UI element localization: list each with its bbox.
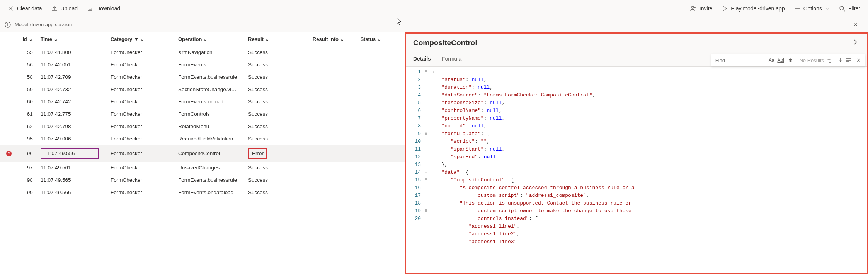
col-info-label: Result info xyxy=(313,36,339,42)
row-category: FormChecker xyxy=(107,162,175,174)
col-status-label: Status xyxy=(360,36,376,42)
filter-label: Filter xyxy=(848,5,860,12)
find-box: Aa Abl .✱ No Results ✕ xyxy=(711,54,865,66)
row-status xyxy=(357,71,405,83)
clear-data-button[interactable]: Clear data xyxy=(8,5,42,12)
collapse-panel-button[interactable] xyxy=(850,37,860,48)
code-area[interactable]: 1234567891011121314151617181920 ⊟ ⊟ ⊟⊟ ⊟… xyxy=(406,67,867,273)
row-category: FormChecker xyxy=(107,59,175,71)
row-info xyxy=(310,83,357,96)
row-time: 11:07:41.800 xyxy=(37,46,107,59)
session-label: Model-driven app session xyxy=(15,22,72,27)
main: Id⌄ Time⌄ Category▼⌄ Operation⌄ Result⌄ … xyxy=(0,32,868,274)
match-case-icon[interactable]: Aa xyxy=(769,58,774,63)
col-result[interactable]: Result⌄ xyxy=(245,32,310,46)
row-info xyxy=(310,145,357,162)
row-info xyxy=(310,96,357,108)
table-row[interactable]: 5811:07:42.709FormCheckerFormEvents.busi… xyxy=(0,71,405,83)
find-input[interactable] xyxy=(715,58,766,63)
row-id: 59 xyxy=(15,83,37,96)
table-row[interactable]: 5611:07:42.051FormCheckerFormEventsSucce… xyxy=(0,59,405,71)
row-status xyxy=(357,186,405,199)
invite-button[interactable]: Invite xyxy=(690,5,712,12)
row-id: 99 xyxy=(15,186,37,199)
row-icon-cell xyxy=(0,120,15,133)
row-id: 58 xyxy=(15,71,37,83)
row-icon-cell xyxy=(0,174,15,186)
row-operation: FormControls xyxy=(175,108,245,120)
row-id: 95 xyxy=(15,133,37,145)
row-id: 98 xyxy=(15,174,37,186)
row-result: Success xyxy=(245,46,310,59)
table-row[interactable]: 9811:07:49.565FormCheckerFormEvents.busi… xyxy=(0,174,405,186)
row-icon-cell xyxy=(0,83,15,96)
col-id[interactable]: Id⌄ xyxy=(15,32,37,46)
download-button[interactable]: Download xyxy=(87,5,120,12)
row-operation: FormEvents.onload xyxy=(175,96,245,108)
chevron-down-icon: ⌄ xyxy=(54,36,58,42)
table-row[interactable]: 6011:07:42.742FormCheckerFormEvents.onlo… xyxy=(0,96,405,108)
download-icon xyxy=(87,5,93,12)
row-time: 11:07:49.556 xyxy=(37,145,107,162)
row-icon-cell xyxy=(0,96,15,108)
row-category: FormChecker xyxy=(107,174,175,186)
session-close-button[interactable]: ✕ xyxy=(850,20,861,29)
col-result-info[interactable]: Result info⌄ xyxy=(310,32,357,46)
row-icon-cell xyxy=(0,108,15,120)
chevron-down-icon: ⌄ xyxy=(265,36,269,42)
table-row[interactable]: 9911:07:49.566FormCheckerFormEvents.onda… xyxy=(0,186,405,199)
row-status xyxy=(357,133,405,145)
col-category[interactable]: Category▼⌄ xyxy=(107,32,175,46)
toolbar-right: Invite Play model-driven app Options Fil… xyxy=(690,5,860,12)
table-row[interactable]: 9711:07:49.561FormCheckerUnsavedChangesS… xyxy=(0,162,405,174)
selection-icon[interactable] xyxy=(846,57,852,63)
row-operation: UnsavedChanges xyxy=(175,162,245,174)
row-time: 11:07:42.051 xyxy=(37,59,107,71)
next-match-icon[interactable] xyxy=(836,57,842,63)
whole-word-icon[interactable]: Abl xyxy=(777,58,784,63)
upload-label: Upload xyxy=(61,5,78,12)
col-operation[interactable]: Operation⌄ xyxy=(175,32,245,46)
filter-button[interactable]: Filter xyxy=(839,5,860,12)
row-time: 11:07:49.561 xyxy=(37,162,107,174)
row-result: Success xyxy=(245,83,310,96)
prev-match-icon[interactable] xyxy=(827,57,833,63)
table-row[interactable]: 5911:07:42.732FormCheckerSectionStateCha… xyxy=(0,83,405,96)
close-icon xyxy=(8,5,14,12)
col-time[interactable]: Time⌄ xyxy=(37,32,107,46)
table-row[interactable]: 5511:07:41.800FormCheckerXrmNavigationSu… xyxy=(0,46,405,59)
tab-formula[interactable]: Formula xyxy=(436,52,467,66)
row-id: 62 xyxy=(15,120,37,133)
table-row[interactable]: 9511:07:49.006FormCheckerRequiredFieldVa… xyxy=(0,133,405,145)
row-category: FormChecker xyxy=(107,186,175,199)
toolbar: Clear data Upload Download Invite Play m… xyxy=(0,0,868,17)
regex-icon[interactable]: .✱ xyxy=(787,58,793,63)
filter-icon: ▼ xyxy=(134,36,139,42)
list-icon xyxy=(794,5,800,12)
play-button[interactable]: Play model-driven app xyxy=(722,5,785,12)
clear-label: Clear data xyxy=(17,5,42,12)
options-label: Options xyxy=(803,5,822,12)
close-find-button[interactable]: ✕ xyxy=(855,57,863,63)
no-results-label: No Results xyxy=(799,58,824,63)
row-category: FormChecker xyxy=(107,96,175,108)
col-status[interactable]: Status⌄ xyxy=(357,32,405,46)
fold-gutter[interactable]: ⊟ ⊟ ⊟⊟ ⊟ xyxy=(423,67,429,273)
row-time: 11:07:42.798 xyxy=(37,120,107,133)
row-id: 97 xyxy=(15,162,37,174)
row-operation: RequiredFieldValidation xyxy=(175,133,245,145)
upload-button[interactable]: Upload xyxy=(51,5,78,12)
options-button[interactable]: Options xyxy=(794,5,830,12)
download-label: Download xyxy=(96,5,120,12)
table-row[interactable]: 6211:07:42.798FormCheckerRelatedMenuSucc… xyxy=(0,120,405,133)
row-info xyxy=(310,174,357,186)
row-category: FormChecker xyxy=(107,145,175,162)
header-row: Id⌄ Time⌄ Category▼⌄ Operation⌄ Result⌄ … xyxy=(0,32,405,46)
chevron-down-icon: ⌄ xyxy=(377,36,381,42)
table-row[interactable]: 6111:07:42.775FormCheckerFormControlsSuc… xyxy=(0,108,405,120)
table-row[interactable]: ✕9611:07:49.556FormCheckerCompositeContr… xyxy=(0,145,405,162)
tab-details[interactable]: Details xyxy=(408,52,436,66)
toolbar-left: Clear data Upload Download xyxy=(8,5,120,12)
row-time: 11:07:49.006 xyxy=(37,133,107,145)
row-operation: SectionStateChange.vi… xyxy=(175,83,245,96)
